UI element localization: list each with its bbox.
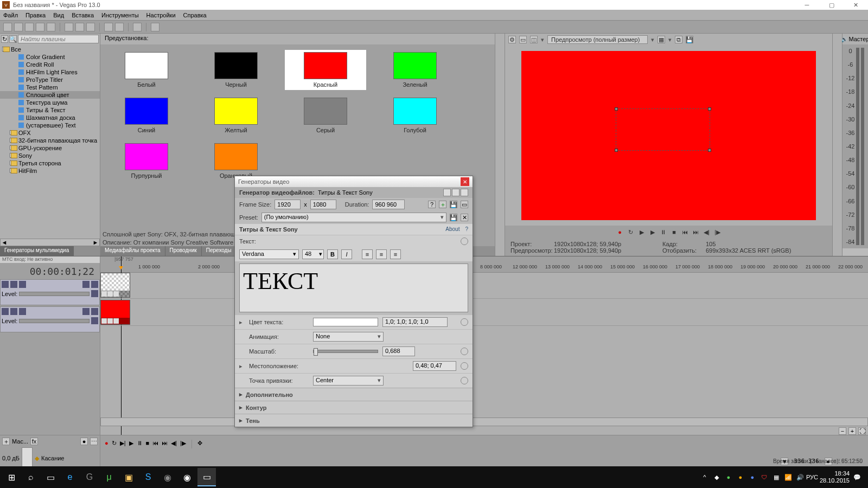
maximize-button[interactable]: ▢ [819, 0, 844, 10]
search-taskbar-icon[interactable]: ⌕ [22, 468, 40, 486]
menu-view[interactable]: Вид [53, 12, 64, 18]
tray-app1-icon[interactable]: ◆ [712, 473, 721, 481]
menu-insert[interactable]: Вставка [72, 12, 94, 18]
tree-folder[interactable]: +HitFilm [0, 167, 100, 175]
about-link[interactable]: About [445, 226, 459, 233]
tl-tool-icon[interactable]: ✥ [197, 440, 202, 447]
tree-folder[interactable]: +Третья сторона [0, 159, 100, 167]
explorer-icon[interactable]: ▣ [119, 468, 138, 486]
tray-network-icon[interactable]: 📶 [784, 473, 793, 481]
tree-item[interactable]: Текстура шума [0, 99, 100, 106]
keyframe-icon[interactable] [461, 318, 468, 326]
scale-slider[interactable] [313, 350, 378, 353]
help-link[interactable]: ? [465, 226, 468, 233]
dlg-save-icon[interactable]: 💾 [450, 201, 457, 208]
menu-options[interactable]: Настройки [146, 12, 176, 18]
vegas-taskbar-icon[interactable]: ▭ [197, 468, 216, 486]
tray-shield-icon[interactable]: 🛡 [760, 473, 769, 481]
keyframe-icon[interactable] [461, 377, 468, 384]
tool-icon[interactable] [151, 23, 159, 31]
go-end-icon[interactable]: ⏭ [692, 228, 700, 236]
clip-text[interactable] [100, 273, 130, 298]
track-mute-icon[interactable] [82, 308, 90, 315]
copy-icon[interactable] [75, 23, 84, 31]
undo-icon[interactable] [104, 23, 113, 31]
track-auto-icon[interactable] [91, 290, 98, 297]
pause-icon[interactable]: ⏸ [660, 228, 667, 236]
align-left-button[interactable]: ≡ [362, 249, 373, 259]
timeline[interactable]: |957 757 1 000 000 2 000 000 3 000 000 8… [100, 256, 868, 435]
refresh-icon[interactable]: ↻ [1, 35, 8, 43]
font-select[interactable]: Verdana [239, 249, 299, 259]
tree-item[interactable]: HitFilm Light Flares [0, 68, 100, 76]
chrome-icon[interactable]: ◉ [178, 468, 196, 486]
pv-split-icon[interactable]: ◫ [530, 36, 538, 43]
tree-root[interactable]: −Все [0, 46, 100, 53]
plugin-search-input[interactable] [18, 35, 99, 43]
redo-icon[interactable] [115, 23, 124, 31]
tl-play-icon[interactable]: ▶ [129, 440, 133, 447]
preset-swatch[interactable]: Зеленый [374, 50, 456, 90]
preset-swatch[interactable]: Синий [106, 95, 187, 136]
frame-height-input[interactable] [310, 200, 336, 209]
preview-video[interactable] [521, 51, 816, 220]
track-solo-icon[interactable] [91, 281, 98, 288]
tree-item[interactable]: Credit Roll [0, 61, 100, 68]
preset-swatch[interactable]: Белый [106, 50, 187, 90]
preview-side-toolbar[interactable] [495, 34, 505, 256]
pv-ext-icon[interactable]: ▭ [519, 36, 527, 43]
close-button[interactable]: ✕ [844, 0, 868, 10]
preset-swatch[interactable]: Серый [285, 95, 366, 136]
keyframe-icon[interactable] [461, 348, 468, 355]
menu-edit[interactable]: Правка [25, 12, 46, 18]
render-icon[interactable] [36, 23, 44, 31]
tree-item[interactable]: Color Gradient [0, 53, 100, 61]
menu-file[interactable]: Файл [3, 12, 18, 18]
preset-select[interactable]: (По умолчанию) [261, 213, 446, 222]
skype-icon[interactable]: S [139, 468, 157, 486]
dialog-close-button[interactable]: ✕ [461, 177, 469, 186]
preset-delete-icon[interactable]: ✕ [461, 214, 468, 221]
mixer-fx-icon[interactable]: fx [30, 438, 38, 445]
tab-transitions[interactable]: Переходы [202, 246, 237, 256]
handle-tl[interactable] [615, 107, 618, 111]
tray-clock[interactable]: 18:34 28.10.2015 [820, 470, 850, 484]
expand-icon[interactable]: ▸ [239, 363, 245, 370]
expand-icon[interactable]: ▸ [239, 319, 245, 326]
utorrent-icon[interactable]: μ [100, 468, 118, 486]
track-lane-1[interactable] [100, 273, 868, 299]
go-start-icon[interactable]: ⏮ [681, 228, 689, 236]
pv-overlay-icon[interactable]: ▦ [658, 36, 665, 43]
scale-value[interactable]: 0,688 [382, 346, 415, 356]
play-start-icon[interactable]: ▶ [638, 228, 646, 236]
preset-swatch[interactable]: Черный [195, 50, 277, 90]
tl-prev-icon[interactable]: ◀| [171, 440, 177, 447]
tree-folder[interactable]: +32-битная плавающая точка [0, 137, 100, 144]
dlg-add-icon[interactable]: ＋ [439, 201, 446, 208]
clip-solid-color[interactable] [100, 300, 130, 325]
preset-swatch[interactable]: Оранжевый [195, 141, 277, 181]
props-icon[interactable] [47, 23, 55, 31]
bold-button[interactable]: B [327, 249, 338, 259]
track-level-slider[interactable] [19, 319, 90, 323]
mixer-insert-icon[interactable]: ＋ [2, 438, 10, 445]
preset-save-icon[interactable]: 💾 [450, 214, 457, 221]
tray-app3-icon[interactable]: ● [736, 473, 745, 481]
tab-project-media[interactable]: Медиафайлы проекта [100, 246, 165, 256]
track-level-slider[interactable] [19, 292, 90, 296]
pv-copy-icon[interactable]: ⧉ [675, 36, 682, 43]
preset-swatch[interactable]: Красный [285, 50, 366, 90]
handle-bl[interactable] [615, 149, 618, 152]
align-center-button[interactable]: ≡ [376, 249, 387, 259]
mixer-touch-label[interactable]: Касание [41, 455, 64, 461]
tl-play-start-icon[interactable]: ▶| [120, 440, 126, 447]
preset-swatch[interactable]: Желтый [195, 95, 277, 136]
tree-item[interactable]: Титры & Текст [0, 106, 100, 114]
tree-folder[interactable]: +OFX [0, 129, 100, 137]
handle-br[interactable] [708, 149, 711, 152]
animation-select[interactable]: None [313, 332, 384, 342]
master-hscroll[interactable] [843, 248, 868, 256]
steam-icon[interactable]: ◉ [158, 468, 177, 486]
plugin-tree[interactable]: −Все Color Gradient Credit Roll HitFilm … [0, 44, 100, 239]
prev-frame-icon[interactable]: ◀| [703, 228, 711, 236]
